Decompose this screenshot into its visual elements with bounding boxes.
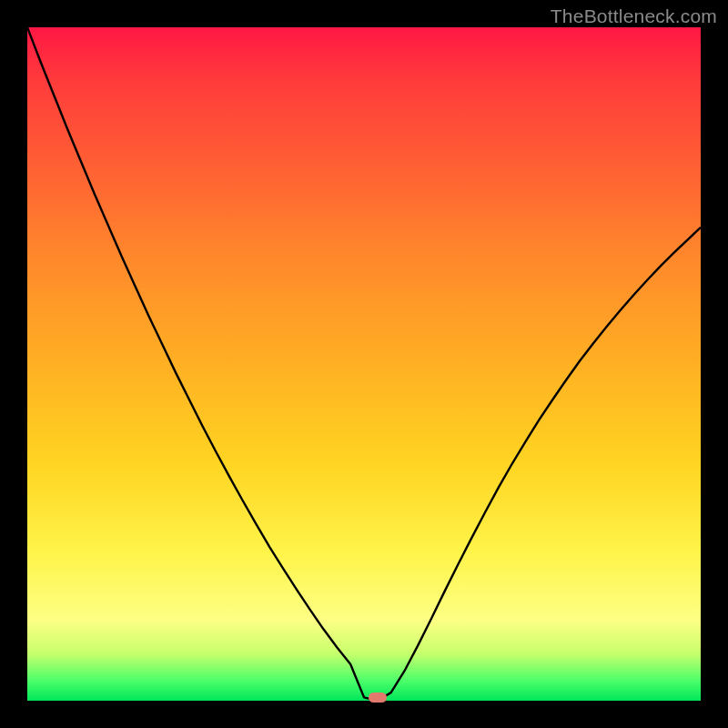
chart-frame: TheBottleneck.com [0, 0, 728, 728]
watermark-text: TheBottleneck.com [551, 5, 717, 27]
bottleneck-curve [27, 27, 701, 701]
minimum-marker [369, 693, 387, 703]
curve-path [27, 27, 701, 701]
